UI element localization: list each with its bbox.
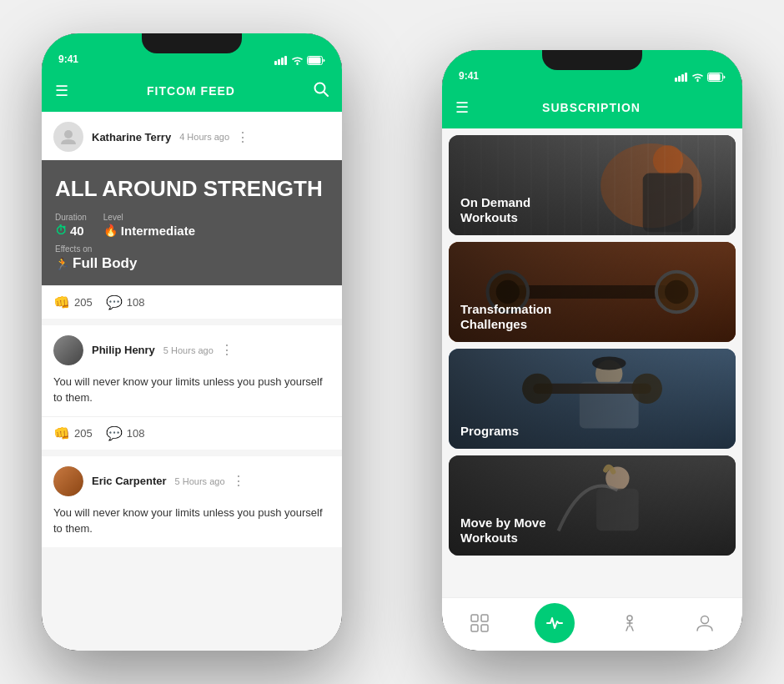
wifi-icon — [291, 56, 304, 65]
workout-stats: Duration ⏱ 40 Level 🔥 Intermed — [55, 213, 329, 238]
svg-rect-39 — [471, 625, 478, 631]
post-time-3: 5 Hours ago — [175, 476, 225, 486]
battery-icon-r — [707, 73, 726, 82]
bottom-nav — [442, 597, 742, 651]
effects-group: Effects on 🏃 Full Body — [55, 244, 329, 272]
post-header-right-2: 5 Hours ago ⋮ — [163, 342, 234, 358]
grid-icon — [470, 614, 489, 632]
duration-group: Duration ⏱ 40 — [55, 213, 87, 238]
svg-point-41 — [627, 616, 632, 621]
level-label: Level — [103, 213, 195, 222]
phone-right: 9:41 — [442, 50, 742, 651]
menu-icon-left[interactable]: ☰ — [55, 82, 68, 100]
sub-card-transformation[interactable]: TransformationChallenges — [449, 242, 736, 342]
svg-rect-11 — [681, 74, 684, 82]
phone-left: 9:41 — [42, 33, 342, 651]
svg-rect-10 — [678, 76, 681, 82]
level-value: 🔥 Intermediate — [103, 224, 195, 238]
sub-card-label-3: Programs — [460, 424, 519, 439]
svg-rect-1 — [278, 59, 280, 65]
comment-icon-1: 💬 — [106, 294, 123, 310]
notch-left — [142, 33, 242, 53]
level-group: Level 🔥 Intermediate — [103, 213, 195, 238]
post-header-right-1: 4 Hours ago ⋮ — [179, 129, 249, 145]
effects-label: Effects on — [55, 244, 329, 254]
nav-profile[interactable] — [685, 603, 725, 643]
more-icon-1[interactable]: ⋮ — [236, 129, 249, 145]
level-text: Intermediate — [121, 224, 195, 238]
workout-title: ALL AROUND STRENGTH — [55, 177, 329, 201]
post-time-2: 5 Hours ago — [163, 345, 214, 355]
sub-card-label-2: TransformationChallenges — [460, 302, 551, 332]
avatar-svg-1 — [59, 128, 78, 146]
nav-activity[interactable] — [535, 603, 575, 643]
activity-icon — [545, 614, 564, 632]
profile-icon — [696, 614, 714, 632]
more-icon-2[interactable]: ⋮ — [220, 342, 234, 358]
more-icon-3[interactable]: ⋮ — [232, 473, 245, 489]
svg-point-42 — [701, 616, 709, 623]
svg-rect-38 — [481, 615, 488, 621]
post-time-1: 4 Hours ago — [179, 132, 229, 142]
sub-card-programs[interactable]: Programs — [449, 349, 736, 449]
svg-rect-9 — [675, 78, 677, 82]
notch-right — [542, 50, 642, 70]
duration-label: Duration — [55, 213, 87, 222]
svg-rect-12 — [685, 73, 687, 82]
effects-value: 🏃 Full Body — [55, 255, 329, 272]
comments-count-2: 108 — [127, 427, 145, 440]
sub-card-label-1: On DemandWorkouts — [460, 195, 530, 225]
post-header-1: Katharine Terry 4 Hours ago ⋮ — [42, 112, 342, 160]
feed-scroll[interactable]: Katharine Terry 4 Hours ago ⋮ ALL AROUND… — [42, 112, 342, 651]
sub-card-label-4: Move by MoveWorkouts — [460, 516, 546, 546]
avatar-philip — [53, 335, 83, 365]
search-svg — [314, 82, 329, 97]
flame-icon: 🔥 — [103, 224, 118, 237]
martial-icon — [621, 614, 639, 632]
likes-count-2: 205 — [74, 427, 93, 440]
post-header-right-3: 5 Hours ago ⋮ — [175, 473, 245, 489]
signal-icon — [274, 56, 288, 65]
nav-martial[interactable] — [610, 603, 650, 643]
svg-rect-5 — [309, 58, 321, 64]
post-header-3: Eric Carpenter 5 Hours ago ⋮ — [42, 456, 342, 505]
comments-2[interactable]: 💬 108 — [106, 425, 145, 441]
effects-text: Full Body — [73, 255, 137, 272]
svg-rect-2 — [281, 58, 284, 65]
sub-card-move-by-move[interactable]: Move by MoveWorkouts — [449, 455, 736, 556]
subscription-list[interactable]: On DemandWorkouts — [442, 128, 742, 597]
post-body-eric: You will never know your limits unless y… — [42, 505, 342, 547]
search-icon-left[interactable] — [314, 82, 329, 101]
header-title-left: FITCOM FEED — [68, 84, 314, 98]
wifi-icon-r — [691, 73, 704, 82]
sub-card-on-demand[interactable]: On DemandWorkouts — [449, 135, 736, 235]
comments-1[interactable]: 💬 108 — [106, 294, 145, 310]
avatar-eric — [53, 466, 83, 496]
screen-right: 9:41 — [442, 50, 742, 651]
svg-rect-40 — [481, 625, 488, 631]
likes-count-1: 205 — [74, 296, 93, 309]
scene: 9:41 — [0, 0, 784, 684]
likes-2[interactable]: 👊 205 — [53, 425, 93, 441]
likes-1[interactable]: 👊 205 — [53, 294, 93, 310]
screen-left: 9:41 — [42, 33, 342, 651]
avatar-katharine — [53, 122, 83, 152]
fist-icon-2: 👊 — [53, 425, 70, 441]
reactions-row-2: 👊 205 💬 108 — [42, 416, 342, 450]
menu-icon-right[interactable]: ☰ — [455, 98, 469, 117]
nav-grid[interactable] — [460, 603, 500, 643]
post-body-philip: You will never know your limits unless y… — [42, 374, 342, 416]
duration-value: ⏱ 40 — [55, 224, 87, 238]
status-icons-left — [274, 56, 325, 65]
username-katharine: Katharine Terry — [92, 131, 171, 143]
svg-rect-0 — [274, 61, 277, 65]
app-header-left: ☰ FITCOM FEED — [42, 70, 342, 112]
svg-point-8 — [64, 130, 73, 138]
svg-rect-3 — [284, 56, 287, 65]
post-card-workout: Katharine Terry 4 Hours ago ⋮ ALL AROUND… — [42, 112, 342, 319]
time-right: 9:41 — [459, 70, 479, 82]
username-philip: Philip Henry — [92, 344, 155, 356]
svg-line-7 — [324, 92, 328, 96]
clock-icon: ⏱ — [55, 224, 67, 237]
workout-banner: ALL AROUND STRENGTH Duration ⏱ 40 Level — [42, 160, 342, 285]
